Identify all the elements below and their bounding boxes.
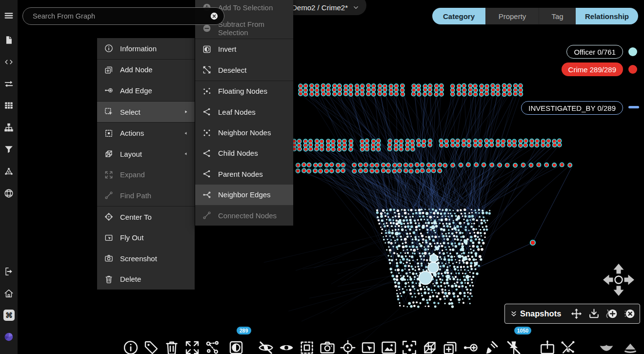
info-icon [122,339,140,354]
sidebar-globe-icon[interactable] [3,188,14,199]
collapse-icon[interactable] [510,310,518,318]
menu-item-label: Connected Nodes [218,211,287,220]
leaf-nodes-icon [202,107,212,117]
hill-down-icon [598,339,615,354]
legend-pill-investigated-by[interactable]: INVESTIGATED_BY 0/289 [521,101,623,115]
toolbar-unpin-icon[interactable]: 1050 [505,330,523,348]
submenu-right-icon [183,109,189,115]
toolbar-select-nodes-icon[interactable] [401,330,418,348]
layout-icon [421,339,439,354]
sidebar-transfers-icon[interactable] [3,79,14,89]
toolbar-add-edge-icon[interactable] [462,330,480,348]
tab-property[interactable]: Property [485,8,539,24]
menu-item-label: Information [120,44,189,53]
snapshot-close-icon[interactable] [623,308,635,320]
sidebar-network-icon[interactable] [3,166,14,177]
toolbar-collapse-ground-icon[interactable] [598,330,615,348]
menu-item-connected-nodes: Connected Nodes [195,205,293,226]
clear-search-icon[interactable] [209,11,219,21]
sidebar-logout-icon[interactable] [3,266,14,277]
menu-item-invert[interactable]: Invert [195,39,293,60]
hamburger-menu-icon[interactable] [3,10,14,21]
toolbar-selection-box-icon[interactable] [298,330,316,348]
search-input[interactable] [32,12,209,21]
toolbar-add-node-icon[interactable] [442,330,459,348]
fly-out-icon [360,339,377,354]
menu-item-neighbor-nodes[interactable]: Neighbor Nodes [195,122,293,143]
toolbar-screenshot-icon[interactable] [319,330,336,348]
tab-category[interactable]: Category [432,8,485,24]
sidebar-table-icon[interactable] [3,100,14,111]
tab-tag[interactable]: Tag [539,8,576,24]
toolbar-floating-nodes-icon[interactable] [204,330,221,348]
tab-relationship[interactable]: Relationship [576,8,638,24]
menu-item-actions[interactable]: Actions [97,123,195,144]
toolbar-notes-icon[interactable] [539,330,556,348]
sidebar-filter-icon[interactable] [3,144,14,155]
menu-item-label: Select [120,108,177,116]
legend-pill-officer[interactable]: Officer 0/761 [566,45,623,59]
menu-item-leaf-nodes[interactable]: Leaf Nodes [195,102,293,122]
toolbar-image-icon[interactable] [380,330,398,348]
workspace-selector[interactable]: Demo2 / Crime2* [283,0,366,15]
workspace-label: Demo2 / Crime2* [292,3,348,12]
toolbar-delete-icon[interactable] [163,330,181,348]
menu-item-screenshot[interactable]: Screenshot [97,248,195,269]
sidebar-hierarchy-icon[interactable] [3,122,14,133]
menu-item-label: Screenshot [120,254,189,263]
toolbar-expand-icon[interactable] [183,330,201,348]
menu-item-delete[interactable]: Delete [97,269,195,290]
menu-item-deselect[interactable]: Deselect [195,60,293,81]
notebook-pin-icon [539,339,556,354]
menu-item-add-node[interactable]: Add Node [97,60,195,81]
toolbar-tag-icon[interactable] [142,330,160,348]
select-submenu: Add To SelectionSubtract From SelectionI… [195,0,293,226]
toolbar-hide-icon[interactable] [257,330,275,348]
toolbar-information-icon[interactable] [122,330,140,348]
actions-icon [104,128,114,138]
menu-item-center-to[interactable]: Center To [97,207,195,228]
legend-swatch-officer [628,47,637,56]
nav-center [615,276,623,284]
toolbar-expand-ground-icon[interactable] [622,330,639,348]
select-icon [104,107,114,117]
menu-item-add-edge[interactable]: Add Edge [97,80,195,102]
nav-right-arrow [624,275,635,285]
toolbar-fly-out-icon[interactable] [360,330,377,348]
sidebar-home-icon[interactable] [3,288,14,299]
snapshot-download-icon[interactable] [588,308,600,320]
snapshots-panel: Snapshots [504,304,640,324]
menu-item-neighbor-edges[interactable]: Neighbor Edges [195,185,293,205]
edge-cut-icon [559,339,577,354]
center-to-icon [104,212,114,222]
toolbar-invert-selection-icon[interactable]: 289 [227,330,245,348]
snapshot-move-icon[interactable] [570,308,583,320]
menu-item-floating-nodes[interactable]: Floating Nodes [195,81,293,102]
navigation-pad[interactable] [601,261,636,300]
menu-item-fly-out[interactable]: Fly Out [97,227,195,248]
toolbar-center-to-icon[interactable] [339,330,357,348]
sidebar-logo-icon[interactable] [3,332,14,342]
invert-icon [202,44,212,54]
snapshots-buttons [570,308,635,320]
menu-item-information[interactable]: Information [97,38,195,60]
snapshot-add-snapshot-icon[interactable] [605,308,618,320]
toolbar-style-brush-icon[interactable] [483,330,500,348]
bottom-toolbar: 2891050 [0,326,644,354]
menu-item-select[interactable]: Select [97,102,195,123]
eject-up-icon [622,339,639,354]
toolbar-show-icon[interactable] [278,330,295,348]
sidebar-code-icon[interactable] [3,57,14,67]
sidebar-documents-icon[interactable] [3,35,14,45]
menu-item-layout[interactable]: Layout [97,144,195,165]
toolbar-cut-edges-icon[interactable] [559,330,577,348]
menu-item-parent-nodes[interactable]: Parent Nodes [195,164,293,184]
menu-item-label: Invert [218,45,287,53]
add-node-icon [442,339,459,354]
graph-canvas[interactable] [0,0,644,354]
sidebar-shortcuts-icon[interactable]: ⌘ [3,310,14,320]
menu-item-child-nodes[interactable]: Child Nodes [195,143,293,164]
toolbar-layout-icon[interactable] [421,330,439,348]
menu-item-label: Add Edge [120,86,189,95]
legend-pill-crime[interactable]: Crime 289/289 [562,62,623,76]
